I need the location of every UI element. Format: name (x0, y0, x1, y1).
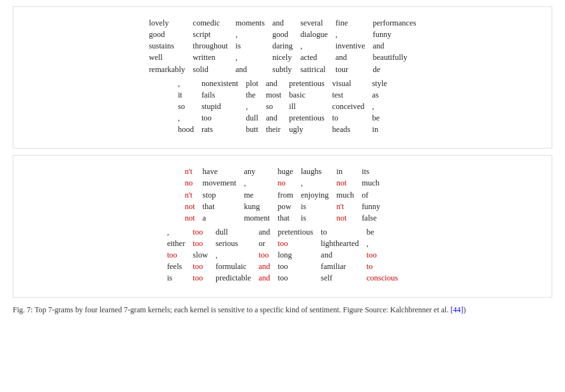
table-cell: visual (328, 78, 369, 89)
table-cell: no (274, 177, 297, 189)
table-cell: to (317, 226, 363, 238)
table-cell: n't (181, 189, 199, 201)
table-cell: is (163, 272, 189, 284)
table-cell: too (274, 238, 318, 249)
table-cell: movement (199, 177, 240, 189)
table-cell: , (240, 177, 274, 189)
table-cell: satirical (297, 64, 332, 75)
table-cell: lighthearted (317, 238, 363, 249)
table-cell: style (369, 78, 392, 89)
table-cell: and (255, 272, 274, 284)
table-cell: ill (285, 101, 328, 112)
table-cell: and (231, 64, 268, 75)
table-cell: and (255, 261, 274, 272)
table-cell: , (163, 226, 189, 238)
table-cell: and (262, 112, 285, 124)
table-cell: not (181, 201, 199, 212)
table-cell: stupid (198, 101, 242, 112)
table-cell: be (363, 226, 402, 238)
table-cell: tour (332, 64, 369, 75)
table-cell: too (363, 249, 402, 261)
table-cell: beautifully (369, 52, 420, 63)
too-table: ,toodullandpretentioustobeeithertooserio… (163, 226, 402, 284)
table-cell: to (328, 112, 369, 124)
table-cell: too (189, 226, 212, 238)
table-cell: not (332, 177, 358, 189)
table-cell: nicely (268, 52, 297, 63)
table-cell: butt (242, 124, 262, 135)
reference: [44] (450, 305, 463, 314)
table-cell: or (255, 238, 274, 249)
table-cell: pretentious (274, 226, 318, 238)
table-cell: serious (212, 238, 255, 249)
table-cell: no (181, 177, 199, 189)
table-cell: subtly (268, 64, 297, 75)
caption-text: Fig. 7: Top 7-grams by four learned 7-gr… (13, 305, 466, 314)
table-cell: and (262, 78, 285, 89)
table-cell: too (189, 261, 212, 272)
table-cell: acted (297, 52, 332, 63)
table-cell: false (358, 212, 384, 224)
table-cell: and (332, 52, 369, 63)
table-cell: too (274, 272, 318, 284)
table-cell: , (369, 101, 392, 112)
table-cell: as (369, 89, 392, 101)
table-cell: their (262, 124, 285, 135)
table-cell: and (255, 226, 274, 238)
positive-table: lovelycomedicmomentsandseveralfineperfor… (145, 17, 420, 75)
table-cell: , (332, 29, 369, 40)
table-cell: enjoying (297, 189, 333, 201)
caption: Fig. 7: Top 7-grams by four learned 7-gr… (13, 304, 552, 316)
table-cell: , (174, 78, 198, 89)
table-cell: stop (199, 189, 240, 201)
table-cell: well (145, 52, 189, 63)
table-cell: n't (181, 166, 199, 177)
table-cell: pretentious (285, 78, 328, 89)
table-cell: pretentious (285, 112, 328, 124)
table-cell: nonexistent (198, 78, 242, 89)
table-cell: script (189, 29, 231, 40)
figure-a-block: lovelycomedicmomentsandseveralfineperfor… (13, 6, 552, 149)
table-cell: solid (189, 64, 231, 75)
table-cell: too (163, 249, 189, 261)
table-cell: , (212, 249, 255, 261)
table-cell: in (369, 124, 392, 135)
table-cell: much (358, 177, 384, 189)
table-cell: , (231, 29, 268, 40)
table-cell: pow (274, 201, 297, 212)
table-cell: feels (163, 261, 189, 272)
not-grid: n'thaveanyhugelaughsinitsnomovement,no,n… (24, 166, 541, 224)
table-cell: huge (274, 166, 297, 177)
table-cell: and (317, 249, 363, 261)
table-cell: is (297, 201, 333, 212)
table-cell: slow (189, 249, 212, 261)
table-cell: that (274, 212, 297, 224)
table-cell: , (242, 101, 262, 112)
table-cell: rats (198, 124, 242, 135)
table-cell: de (369, 64, 420, 75)
table-cell: much (332, 189, 358, 201)
table-cell: too (198, 112, 242, 124)
negative-table: ,nonexistentplotandpretentiousvisualstyl… (174, 78, 391, 136)
table-cell: kung (240, 201, 274, 212)
table-cell: good (145, 29, 189, 40)
table-cell: several (297, 17, 332, 29)
table-cell: from (274, 189, 297, 201)
table-cell: not (332, 212, 358, 224)
table-cell: and (369, 40, 420, 52)
table-cell: fails (198, 89, 242, 101)
table-cell: test (328, 89, 369, 101)
table-cell: so (262, 101, 285, 112)
table-cell: dull (242, 112, 262, 124)
table-cell: in (332, 166, 358, 177)
table-cell: me (240, 189, 274, 201)
table-cell: to (363, 261, 402, 272)
too-grid: ,toodullandpretentioustobeeithertooserio… (24, 226, 541, 284)
table-cell: not (181, 212, 199, 224)
table-cell: plot (242, 78, 262, 89)
table-cell: be (369, 112, 392, 124)
table-cell: , (174, 112, 198, 124)
table-cell: n't (332, 201, 358, 212)
table-cell: , (297, 40, 332, 52)
table-cell: laughs (297, 166, 333, 177)
